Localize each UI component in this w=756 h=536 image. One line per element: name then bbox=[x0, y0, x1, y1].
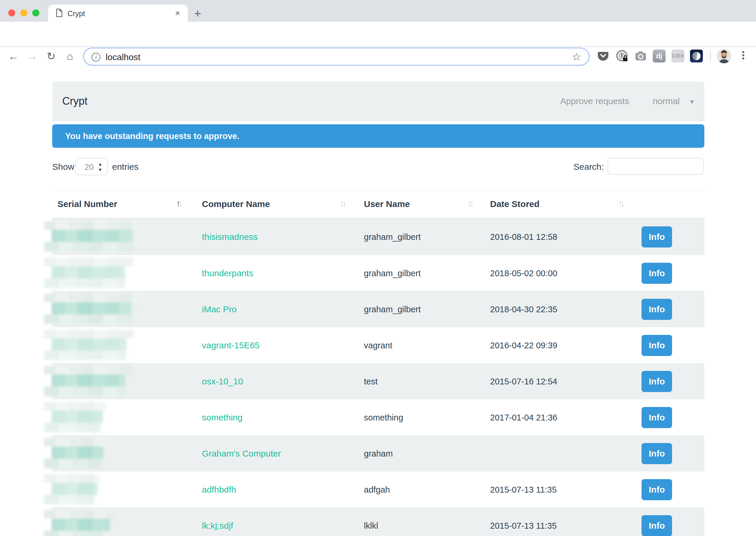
sort-icon: ↑↓ bbox=[340, 198, 344, 209]
serial-number-redacted bbox=[44, 510, 121, 536]
browser-tab-bar: Crypt × + bbox=[0, 0, 756, 22]
info-button[interactable]: Info bbox=[641, 299, 672, 320]
serial-number-redacted bbox=[44, 366, 141, 397]
show-label: Show bbox=[52, 162, 74, 172]
user-name-cell: something bbox=[364, 413, 403, 422]
window-close-button[interactable] bbox=[8, 9, 15, 17]
info-button[interactable]: Info bbox=[641, 226, 672, 248]
date-stored-cell: 2018-05-02 00:00 bbox=[490, 269, 557, 278]
info-button[interactable]: Info bbox=[641, 371, 672, 392]
serial-number-redacted bbox=[44, 257, 141, 288]
panel-heading: Crypt Approve requests normal▾ bbox=[52, 82, 704, 121]
browser-menu-icon[interactable] bbox=[741, 50, 745, 63]
serial-number-redacted bbox=[44, 474, 104, 505]
onepassword-extension-icon[interactable] bbox=[615, 50, 628, 62]
column-header-computer-name[interactable]: Computer Name bbox=[202, 199, 270, 209]
date-stored-cell: 2016-08-01 12:58 bbox=[490, 232, 557, 242]
moon-icon bbox=[692, 52, 701, 60]
heading-links: Approve requests normal▾ bbox=[550, 96, 694, 106]
address-bar[interactable]: i localhost ☆ bbox=[83, 48, 590, 66]
url-text: localhost bbox=[106, 52, 140, 62]
user-name-cell: graham bbox=[364, 449, 393, 458]
user-name-cell: lklkl bbox=[364, 521, 378, 531]
bookmark-star-icon[interactable]: ☆ bbox=[572, 51, 581, 63]
column-header-serial-number[interactable]: Serial Number bbox=[57, 199, 117, 209]
site-info-icon[interactable]: i bbox=[91, 53, 100, 62]
forward-icon[interactable]: → bbox=[26, 50, 39, 63]
new-tab-button[interactable]: + bbox=[194, 8, 201, 19]
crx-extension-icon[interactable]: CRX bbox=[671, 50, 684, 62]
date-stored-cell: 2015-07-13 11:35 bbox=[490, 521, 557, 531]
table-row: Graham's Computer graham Info bbox=[52, 435, 704, 471]
serial-number-redacted bbox=[44, 330, 142, 361]
table-row: iMac Pro graham_gilbert 2018-04-30 22:35… bbox=[52, 291, 704, 327]
info-button[interactable]: Info bbox=[641, 407, 672, 428]
computer-name-link[interactable]: thisismadness bbox=[202, 232, 258, 242]
table-body: thisismadness graham_gilbert 2016-08-01 … bbox=[52, 219, 704, 536]
column-header-date-stored[interactable]: Date Stored bbox=[490, 199, 539, 209]
search-label: Search: bbox=[573, 162, 604, 172]
page-title: Crypt bbox=[62, 95, 88, 107]
camera-extension-icon[interactable] bbox=[634, 50, 647, 62]
entries-label: entries bbox=[112, 162, 138, 172]
tab-close-icon[interactable]: × bbox=[172, 8, 183, 18]
home-icon[interactable]: ⌂ bbox=[63, 50, 76, 63]
computer-name-link[interactable]: adfhbdfh bbox=[202, 485, 236, 495]
computer-name-link[interactable]: thunderpants bbox=[202, 268, 253, 278]
column-header-user-name[interactable]: User Name bbox=[364, 199, 410, 209]
user-name-cell: graham_gilbert bbox=[364, 269, 420, 278]
table-row: osx-10_10 test 2015-07-16 12:54 Info bbox=[52, 363, 704, 399]
table-row: thunderpants graham_gilbert 2018-05-02 0… bbox=[52, 255, 704, 291]
back-icon[interactable]: ← bbox=[7, 50, 20, 63]
table-row: thisismadness graham_gilbert 2016-08-01 … bbox=[52, 219, 704, 255]
table-row: lk;kj;sdjf lklkl 2015-07-13 11:35 Info bbox=[52, 507, 704, 536]
computer-name-link[interactable]: osx-10_10 bbox=[202, 377, 243, 386]
info-button[interactable]: Info bbox=[641, 515, 672, 536]
computer-name-link[interactable]: iMac Pro bbox=[202, 304, 236, 314]
computer-name-link[interactable]: something bbox=[202, 413, 242, 422]
table-header-row: Serial Number ↑↓ Computer Name ↑↓ User N… bbox=[52, 190, 704, 219]
page-size-value: 20 bbox=[85, 162, 93, 172]
user-name-cell: graham_gilbert bbox=[364, 232, 420, 242]
date-stored-cell: 2018-04-30 22:35 bbox=[490, 305, 557, 314]
select-stepper-icon: ▲▼ bbox=[98, 161, 102, 172]
computer-name-link[interactable]: lk;kj;sdjf bbox=[202, 521, 233, 531]
serial-number-redacted bbox=[44, 293, 149, 324]
table-row: adfhbdfh adfgah 2015-07-13 11:35 Info bbox=[52, 471, 704, 507]
serial-number-redacted bbox=[44, 402, 112, 433]
window-zoom-button[interactable] bbox=[32, 9, 39, 17]
serial-number-redacted bbox=[44, 221, 150, 252]
page-favicon-icon bbox=[56, 9, 63, 17]
moon-extension-icon[interactable] bbox=[690, 50, 703, 62]
table-row: something something 2017-01-04 21:36 Inf… bbox=[52, 399, 704, 435]
browser-toolbar: ← → ↻ ⌂ i localhost ☆ dj CRX bbox=[0, 22, 756, 47]
info-button[interactable]: Info bbox=[641, 263, 672, 284]
info-button[interactable]: Info bbox=[641, 443, 672, 464]
user-name-cell: graham_gilbert bbox=[364, 305, 420, 314]
date-stored-cell: 2016-04-22 09:39 bbox=[490, 341, 557, 351]
date-stored-cell: 2015-07-13 11:35 bbox=[490, 485, 557, 495]
toolbar-divider bbox=[710, 50, 711, 62]
computer-name-link[interactable]: vagrant-15E65 bbox=[202, 340, 260, 351]
computer-name-link[interactable]: Graham's Computer bbox=[202, 449, 281, 458]
table-row: vagrant-15E65 vagrant 2016-04-22 09:39 I… bbox=[52, 327, 704, 363]
mode-dropdown[interactable]: normal▾ bbox=[642, 96, 694, 106]
browser-tab-crypt[interactable]: Crypt × bbox=[48, 5, 188, 22]
user-name-cell: vagrant bbox=[364, 341, 392, 351]
pocket-extension-icon[interactable] bbox=[596, 50, 610, 62]
info-button[interactable]: Info bbox=[641, 335, 672, 356]
django-extension-icon[interactable]: dj bbox=[653, 50, 666, 62]
date-stored-cell: 2017-01-04 21:36 bbox=[490, 413, 557, 422]
sort-icon: ↑↓ bbox=[618, 198, 623, 209]
outstanding-requests-alert: You have outstanding requests to approve… bbox=[52, 124, 704, 148]
profile-avatar[interactable] bbox=[717, 49, 731, 63]
tab-title: Crypt bbox=[67, 9, 85, 18]
reload-icon[interactable]: ↻ bbox=[45, 50, 57, 63]
approve-requests-link[interactable]: Approve requests bbox=[560, 96, 629, 106]
sort-icon: ↑↓ bbox=[467, 198, 472, 209]
search-input[interactable] bbox=[607, 158, 704, 175]
chevron-down-icon: ▾ bbox=[690, 98, 694, 106]
window-minimize-button[interactable] bbox=[20, 9, 27, 17]
page-size-select[interactable]: 20 ▲▼ bbox=[75, 158, 108, 175]
info-button[interactable]: Info bbox=[641, 479, 672, 500]
